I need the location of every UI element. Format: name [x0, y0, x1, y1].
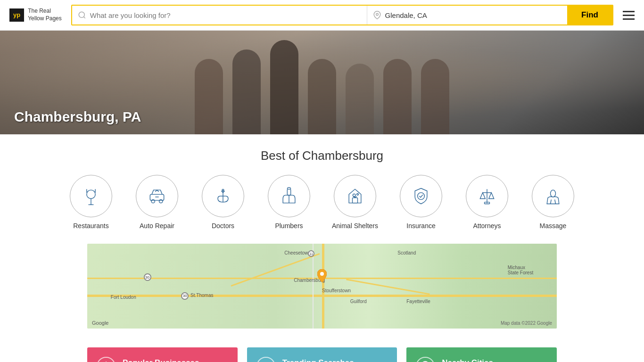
massage-icon-circle — [532, 175, 574, 217]
map-label-guilford: Guilford — [350, 299, 367, 304]
attorneys-icon-circle — [466, 175, 508, 217]
map-section: Cheesetown Scotland MichauxState Forest … — [0, 239, 644, 333]
nearby-title: Nearby Cities — [442, 358, 493, 362]
animal-shelters-icon-circle — [334, 175, 376, 217]
map-background: Cheesetown Scotland MichauxState Forest … — [87, 244, 557, 329]
header: yp The Real Yellow Pages Find — [0, 0, 644, 31]
animal-shelters-label: Animal Shelters — [332, 222, 378, 230]
popular-businesses-card[interactable]: Popular Businesses in Chambersburg — [87, 347, 238, 362]
categories-grid: Restaurants Auto Repair — [9, 175, 635, 230]
category-insurance[interactable]: Insurance — [397, 175, 445, 230]
svg-point-0 — [79, 12, 84, 17]
insurance-icon-circle — [400, 175, 442, 217]
best-of-title: Best of Chambersburg — [9, 148, 635, 163]
svg-point-29 — [320, 272, 324, 276]
massage-icon — [543, 186, 563, 206]
plumbers-label: Plumbers — [275, 222, 303, 230]
search-what-input[interactable] — [90, 11, 361, 19]
restaurant-icon — [81, 186, 101, 206]
category-doctors[interactable]: Doctors — [199, 175, 247, 230]
location-icon — [373, 11, 381, 19]
category-auto-repair[interactable]: Auto Repair — [133, 175, 181, 230]
svg-rect-17 — [287, 189, 290, 195]
map-label-scotland: Scotland — [397, 250, 416, 255]
insurance-icon — [411, 186, 431, 206]
trending-title: Trending Searches — [282, 358, 354, 362]
map-label-st-thomas: St.Thomas — [190, 293, 213, 298]
logo-yp: yp — [13, 11, 20, 19]
hero-banner: Chambersburg, PA — [0, 31, 644, 134]
massage-label: Massage — [540, 222, 567, 230]
nearby-cities-card[interactable]: Nearby Cities in Chambersburg — [406, 347, 557, 362]
search-what-container — [72, 6, 367, 25]
category-animal-shelters[interactable]: Animal Shelters — [331, 175, 379, 230]
map-label-michaux: MichauxState Forest — [508, 265, 533, 275]
category-massage[interactable]: Massage — [529, 175, 577, 230]
doctors-icon — [213, 186, 233, 206]
svg-rect-25 — [485, 202, 490, 204]
plumbers-icon-circle — [268, 175, 310, 217]
attorneys-label: Attorneys — [473, 222, 501, 230]
attorneys-icon — [477, 186, 497, 206]
popular-text: Popular Businesses in Chambersburg — [123, 358, 199, 362]
doctors-icon-circle — [202, 175, 244, 217]
plumbers-icon — [279, 186, 299, 206]
best-of-section: Best of Chambersburg Restaurants — [0, 134, 644, 239]
map-pin — [317, 269, 327, 282]
map-label-cheesetown: Cheesetown — [284, 250, 311, 255]
map-google-logo: Google — [92, 320, 108, 326]
category-plumbers[interactable]: Plumbers — [265, 175, 313, 230]
svg-point-20 — [353, 194, 355, 197]
logo[interactable]: yp The Real Yellow Pages — [9, 8, 62, 22]
svg-line-27 — [551, 199, 552, 204]
auto-repair-icon-circle — [136, 175, 178, 217]
doctors-label: Doctors — [212, 222, 234, 230]
popular-title: Popular Businesses — [123, 358, 199, 362]
svg-point-2 — [376, 13, 378, 16]
search-where-input[interactable] — [385, 11, 562, 19]
popular-icon-circle — [97, 357, 116, 362]
svg-rect-19 — [353, 198, 358, 203]
map-label-stoufferstown: Stoufferstown — [322, 288, 351, 293]
search-where-container — [367, 6, 568, 25]
hamburger-menu[interactable] — [623, 11, 635, 20]
animal-shelters-icon — [345, 186, 365, 206]
category-restaurants[interactable]: Restaurants — [67, 175, 115, 230]
search-icon — [78, 11, 86, 19]
auto-repair-label: Auto Repair — [140, 222, 174, 230]
map-label-fort-loudon: Fort Loudon — [111, 295, 136, 300]
map-container[interactable]: Cheesetown Scotland MichauxState Forest … — [87, 244, 557, 329]
hero-city-title: Chambersburg, PA — [0, 99, 156, 134]
category-attorneys[interactable]: Attorneys — [463, 175, 511, 230]
svg-point-22 — [418, 193, 425, 200]
insurance-label: Insurance — [406, 222, 435, 230]
svg-point-26 — [551, 190, 556, 197]
restaurants-label: Restaurants — [73, 222, 108, 230]
svg-line-28 — [555, 199, 556, 204]
bottom-cards: Popular Businesses in Chambersburg Trend… — [0, 333, 644, 362]
svg-point-21 — [357, 194, 359, 196]
trending-searches-card[interactable]: Trending Searches in Chambersburg — [247, 347, 397, 362]
map-label-fayetteville: Fayetteville — [406, 299, 430, 304]
search-bar: Find — [71, 5, 613, 25]
logo-text: The Real Yellow Pages — [28, 8, 62, 22]
map-copyright: Map data ©2022 Google — [501, 321, 552, 326]
svg-point-10 — [159, 199, 163, 203]
svg-line-1 — [83, 16, 85, 18]
trending-icon-circle — [256, 357, 275, 362]
trending-text: Trending Searches in Chambersburg — [282, 358, 354, 362]
nearby-icon-circle — [416, 357, 435, 362]
svg-point-9 — [151, 199, 155, 203]
logo-box: yp — [9, 8, 24, 22]
restaurants-icon-circle — [70, 175, 112, 217]
svg-point-3 — [87, 190, 95, 198]
find-button[interactable]: Find — [567, 6, 612, 25]
auto-repair-icon — [147, 186, 167, 206]
nearby-text: Nearby Cities in Chambersburg — [442, 358, 493, 362]
